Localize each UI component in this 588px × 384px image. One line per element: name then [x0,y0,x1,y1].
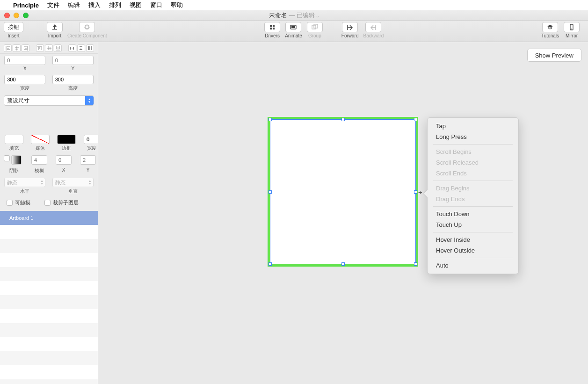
backward-icon [370,23,377,31]
menu-edit[interactable]: 编辑 [68,1,80,9]
app-menu[interactable]: Principle [13,2,39,9]
height-input[interactable] [52,75,94,84]
window-title: 未命名 — 已编辑⌵ [0,11,588,20]
shadow-checkbox[interactable] [4,155,10,161]
resize-handle-e[interactable] [414,190,417,194]
touchable-checkbox[interactable] [7,200,13,206]
shadow-color-swatch[interactable] [11,155,22,165]
edited-indicator: — 已编辑 [287,12,315,19]
menu-auto[interactable]: Auto [428,260,518,271]
distribute-h-button[interactable] [68,44,76,52]
y-input[interactable] [52,56,94,65]
forward-icon [346,23,354,31]
svg-rect-12 [73,47,74,50]
group-button[interactable] [307,22,323,32]
insert-button[interactable]: 按钮 [4,22,23,32]
layer-label: Artboard 1 [9,215,33,221]
x-input[interactable] [4,56,45,65]
clip-checkbox[interactable] [44,200,51,206]
mirror-button[interactable] [564,22,580,32]
title-chevron-icon[interactable]: ⌵ [316,13,319,18]
gear-icon [83,23,91,31]
resize-handle-n[interactable] [341,118,345,121]
align-left-button[interactable] [4,44,12,52]
svg-rect-15 [88,46,89,50]
menu-help[interactable]: 帮助 [171,1,183,9]
horizontal-select[interactable]: 静态▲▼ [4,178,45,187]
show-preview-button[interactable]: Show Preview [527,49,581,62]
menu-drag-begins: Drag Begins [428,183,518,194]
resize-handle-s[interactable] [341,262,345,266]
import-button[interactable] [47,22,63,32]
menu-touch-down[interactable]: Touch Down [428,209,518,219]
resize-handle-ne[interactable] [414,118,417,121]
animate-button[interactable] [285,22,301,32]
align-bottom-button[interactable] [54,44,62,52]
create-component-button[interactable] [79,22,95,32]
menu-arrange[interactable]: 排列 [109,1,121,9]
menu-long-press[interactable]: Long Press [428,131,518,142]
blur-label: 模糊 [35,167,44,174]
resize-handle-se[interactable] [414,262,417,266]
drivers-button[interactable] [264,22,280,32]
vertical-select[interactable]: 静态▲▼ [52,178,94,187]
svg-rect-1 [270,25,272,27]
layer-empty [0,281,98,295]
menu-tap[interactable]: Tap [428,121,518,131]
align-top-button[interactable] [36,44,44,52]
minimize-button[interactable] [14,13,19,18]
width-label: 宽度 [20,85,29,92]
menu-scroll-begins: Scroll Begins [428,146,518,157]
toolbar: 按钮 Insert Import Create Component Driver… [0,21,588,42]
forward-button[interactable] [342,22,358,32]
backward-button[interactable] [365,22,381,32]
close-button[interactable] [4,13,10,18]
svg-point-10 [571,29,572,29]
select-arrows-icon: ▲▼ [85,96,94,105]
resize-handle-w[interactable] [269,190,272,194]
align-right-button[interactable] [22,44,29,52]
hstatic-label: 静态 [7,179,17,186]
tutorials-label: Tutorials [541,33,559,38]
menu-hover-inside[interactable]: Hover Inside [428,234,518,245]
shadow-x-input[interactable] [56,155,72,165]
menu-separator [433,232,513,232]
align-center-v-button[interactable] [45,44,53,52]
preset-size-select[interactable]: 预设尺寸 ▲▼ [4,95,94,106]
resize-handle-sw[interactable] [269,262,272,266]
menu-file[interactable]: 文件 [47,1,59,9]
distribute-v-button[interactable] [77,44,85,52]
transition-arrow-icon[interactable]: ➔ [418,190,422,195]
svg-rect-14 [80,49,82,50]
border-width-input[interactable] [84,135,100,144]
menu-separator [433,144,513,145]
menu-touch-up[interactable]: Touch Up [428,219,518,230]
blur-input[interactable] [31,155,47,165]
layer-empty [0,323,98,337]
media-swatch[interactable] [31,135,50,144]
menu-window[interactable]: 窗口 [150,1,162,9]
layer-empty [0,309,98,323]
layer-artboard-1[interactable]: Artboard 1 [0,211,98,225]
show-preview-label: Show Preview [535,52,573,59]
menu-view[interactable]: 视图 [130,1,142,9]
horiz-label: 水平 [20,188,29,195]
resize-handle-nw[interactable] [269,118,272,121]
align-center-h-button[interactable] [13,44,21,52]
border-swatch[interactable] [57,135,76,144]
menu-hover-outside[interactable]: Hover Outside [428,245,518,256]
menu-insert[interactable]: 插入 [88,1,101,9]
distribute-spacing-button[interactable] [86,44,94,52]
width-input[interactable] [4,75,45,84]
layer-empty [0,337,98,351]
canvas[interactable]: Show Preview ➔ Tap Long Press Scroll Beg… [98,42,588,384]
shadow-y-input[interactable] [80,155,96,165]
artboard[interactable]: ➔ [270,120,415,264]
border-label: 边框 [62,145,71,152]
fill-swatch[interactable] [5,135,23,144]
zoom-button[interactable] [23,13,29,18]
tutorials-button[interactable] [542,22,558,32]
events-menu: Tap Long Press Scroll Begins Scroll Rele… [427,117,519,274]
svg-rect-2 [273,25,275,27]
menu-separator [433,258,513,258]
